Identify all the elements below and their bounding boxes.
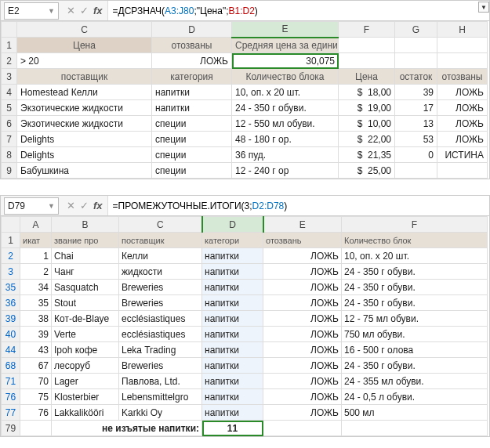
- cell[interactable]: напитки: [202, 280, 263, 295]
- cell[interactable]: напитки: [202, 311, 263, 327]
- cell[interactable]: отозваны: [152, 38, 232, 53]
- cell[interactable]: Lakkalikööri: [52, 405, 119, 421]
- cell[interactable]: 39: [20, 327, 52, 342]
- cell[interactable]: 2: [20, 264, 52, 280]
- cell[interactable]: 39: [395, 85, 437, 100]
- cell[interactable]: напитки: [202, 358, 263, 374]
- filter-header[interactable]: Количество блок▼: [342, 233, 488, 248]
- row-header[interactable]: 3: [2, 69, 17, 85]
- cell[interactable]: 76: [20, 405, 52, 421]
- cell[interactable]: [437, 38, 488, 53]
- cell[interactable]: 24 - 350 г обуви.: [342, 295, 488, 311]
- cell[interactable]: 43: [20, 342, 52, 358]
- cell[interactable]: Lager: [52, 374, 119, 389]
- cell[interactable]: > 20: [17, 53, 152, 69]
- cell[interactable]: 24 - 355 мл обуви.: [342, 374, 488, 389]
- cell[interactable]: $ 10,00: [339, 116, 395, 132]
- cell[interactable]: 24 - 350 г обуви.: [342, 264, 488, 280]
- cell[interactable]: 75: [20, 389, 52, 405]
- cell[interactable]: Delights: [17, 147, 152, 163]
- cancel-icon[interactable]: ✕: [67, 200, 75, 211]
- row-header[interactable]: 2: [2, 53, 17, 69]
- formula-input[interactable]: =ДСРЗНАЧ(A3:J80;"Цена";B1:D2): [107, 1, 489, 20]
- cell[interactable]: 35: [20, 295, 52, 311]
- cell[interactable]: Экзотические жидкости: [17, 116, 152, 132]
- cell[interactable]: 13: [395, 116, 437, 132]
- cell[interactable]: Breweries: [119, 295, 202, 311]
- cell[interactable]: Breweries: [119, 280, 202, 295]
- row-header[interactable]: 7: [2, 132, 17, 147]
- filter-header[interactable]: икат▼: [20, 233, 52, 248]
- cell[interactable]: [339, 38, 395, 53]
- col-header-e[interactable]: E: [263, 217, 342, 233]
- col-header-f[interactable]: F: [339, 22, 395, 38]
- row-header[interactable]: 39: [2, 311, 20, 327]
- cell[interactable]: Чанг: [52, 264, 119, 280]
- cell[interactable]: [263, 421, 342, 436]
- cell[interactable]: напитки: [152, 100, 232, 116]
- cell[interactable]: остаток: [395, 69, 437, 85]
- chevron-down-icon[interactable]: ▼: [48, 202, 55, 210]
- cell[interactable]: Экзотические жидкости: [17, 100, 152, 116]
- cell[interactable]: 10, оп. x 20 шт.: [232, 85, 339, 100]
- cell[interactable]: категория: [152, 69, 232, 85]
- name-box[interactable]: D79 ▼: [4, 197, 59, 215]
- cell[interactable]: Келли: [119, 248, 202, 264]
- cell[interactable]: специи: [152, 163, 232, 179]
- cell[interactable]: $ 18,00: [339, 85, 395, 100]
- row-header[interactable]: 2: [2, 248, 20, 264]
- col-header-c[interactable]: C: [17, 22, 152, 38]
- cell[interactable]: 12 - 75 мл обуви.: [342, 311, 488, 327]
- cell[interactable]: 750 мл обуви.: [342, 327, 488, 342]
- filter-header[interactable]: поставщик▼: [119, 233, 202, 248]
- cell[interactable]: ecclésiastiques: [119, 311, 202, 327]
- cell[interactable]: ЛОЖЬ: [263, 389, 342, 405]
- enter-icon[interactable]: ✓: [80, 5, 89, 16]
- cell[interactable]: напитки: [202, 389, 263, 405]
- fx-icon[interactable]: fx: [93, 200, 103, 211]
- cell[interactable]: Delights: [17, 132, 152, 147]
- row-header[interactable]: 35: [2, 280, 20, 295]
- filter-header[interactable]: категори▼: [202, 233, 263, 248]
- cell[interactable]: ЛОЖЬ: [437, 100, 488, 116]
- row-header[interactable]: 79: [2, 421, 20, 436]
- cell[interactable]: напитки: [202, 327, 263, 342]
- row-header[interactable]: 8: [2, 147, 17, 163]
- cell[interactable]: [339, 53, 395, 69]
- cell[interactable]: 67: [20, 358, 52, 374]
- cell[interactable]: 12 - 550 мл обуви.: [232, 116, 339, 132]
- cell[interactable]: Homestead Келли: [17, 85, 152, 100]
- cell[interactable]: напитки: [202, 374, 263, 389]
- cell[interactable]: 34: [20, 280, 52, 295]
- cell[interactable]: $ 19,00: [339, 100, 395, 116]
- cell[interactable]: 1: [20, 248, 52, 264]
- select-all[interactable]: [2, 22, 17, 38]
- cell[interactable]: напитки: [202, 295, 263, 311]
- col-header-f[interactable]: F: [342, 217, 488, 233]
- cell[interactable]: специи: [152, 132, 232, 147]
- cell[interactable]: напитки: [202, 342, 263, 358]
- active-cell[interactable]: 11: [202, 421, 263, 436]
- cell[interactable]: Stout: [52, 295, 119, 311]
- cell[interactable]: 0: [395, 147, 437, 163]
- cell[interactable]: 24 - 350 г обуви.: [342, 358, 488, 374]
- cell[interactable]: $ 22,00: [339, 132, 395, 147]
- cell[interactable]: Бабушкина: [17, 163, 152, 179]
- cell[interactable]: 24 - 350 г обуви.: [232, 100, 339, 116]
- cell[interactable]: Verte: [52, 327, 119, 342]
- cell[interactable]: ИСТИНА: [437, 147, 488, 163]
- cell[interactable]: ecclésiastiques: [119, 327, 202, 342]
- cell[interactable]: [437, 163, 488, 179]
- cell[interactable]: ЛОЖЬ: [437, 116, 488, 132]
- cell[interactable]: [342, 421, 488, 436]
- col-header-h[interactable]: H: [437, 22, 488, 38]
- cell[interactable]: напитки: [202, 248, 263, 264]
- cell[interactable]: лесоруб: [52, 358, 119, 374]
- cell[interactable]: ЛОЖЬ: [263, 405, 342, 421]
- row-header[interactable]: 71: [2, 374, 20, 389]
- cell[interactable]: [395, 163, 437, 179]
- cell[interactable]: Karkki Oy: [119, 405, 202, 421]
- cell[interactable]: напитки: [202, 405, 263, 421]
- cell[interactable]: 24 - 0,5 л обуви.: [342, 389, 488, 405]
- cell[interactable]: [395, 53, 437, 69]
